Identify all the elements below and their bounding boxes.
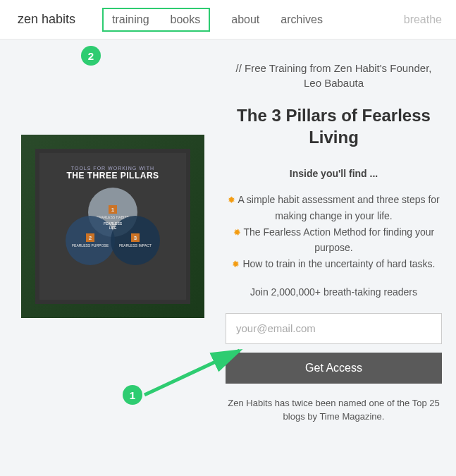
venn-label-3: FEARLESS IMPACT <box>119 243 152 248</box>
email-input[interactable] <box>226 313 442 344</box>
venn-center-label: FEARLESS LIFE <box>101 221 125 230</box>
main-nav: training books about archives <box>111 8 404 32</box>
get-access-button[interactable]: Get Access <box>226 353 442 384</box>
nav-about[interactable]: about <box>231 13 259 26</box>
bullet-list: ✹ A simple habit assessment and three st… <box>226 192 442 271</box>
graphic-title: THE THREE PILLARS <box>66 171 159 181</box>
nav-archives[interactable]: archives <box>281 13 323 26</box>
graphic-subtitle: TOOLS FOR WORKING WITH <box>71 166 154 171</box>
burst-icon: ✹ <box>232 259 240 269</box>
bullet-2: ✹ The Fearless Action Method for finding… <box>226 224 442 256</box>
venn-num-2: 2 <box>86 233 94 242</box>
burst-icon: ✹ <box>228 195 235 205</box>
site-logo[interactable]: zen habits <box>18 12 75 27</box>
nav-training[interactable]: training <box>112 13 149 26</box>
header: zen habits training books about archives… <box>0 0 456 39</box>
tagline: // Free Training from Zen Habit's Founde… <box>226 61 442 90</box>
annotation-badge-2: 2 <box>81 46 101 66</box>
annotation-badge-1: 1 <box>123 385 142 405</box>
inside-label: Inside you'll find ... <box>226 168 442 179</box>
footnote: Zen Habits has twice been named one of t… <box>226 396 442 424</box>
nav-books[interactable]: books <box>171 13 201 26</box>
pillars-frame: TOOLS FOR WORKING WITH THE THREE PILLARS… <box>35 149 190 304</box>
content-column: // Free Training from Zen Habit's Founde… <box>226 61 442 424</box>
pillars-graphic: TOOLS FOR WORKING WITH THE THREE PILLARS… <box>21 135 204 318</box>
venn-label-2: FEARLESS PURPOSE <box>72 243 109 248</box>
main-content: TOOLS FOR WORKING WITH THE THREE PILLARS… <box>0 39 456 438</box>
join-text: Join 2,000,000+ breath-taking readers <box>226 286 442 298</box>
graphic-column: TOOLS FOR WORKING WITH THE THREE PILLARS… <box>21 61 204 424</box>
nav-breathe[interactable]: breathe <box>404 13 442 26</box>
burst-icon: ✹ <box>233 227 241 238</box>
bullet-1: ✹ A simple habit assessment and three st… <box>226 192 442 224</box>
headline: The 3 Pillars of Fearless Living <box>226 104 442 148</box>
venn-diagram: 1 FEARLESS HABITS 2 FEARLESS PURPOSE 3 F… <box>60 188 166 265</box>
venn-num-1: 1 <box>109 205 117 214</box>
bullet-3: ✹ How to train in the uncertainty of har… <box>226 256 442 272</box>
venn-num-3: 3 <box>131 233 140 242</box>
nav-highlight-box: training books <box>102 8 210 32</box>
